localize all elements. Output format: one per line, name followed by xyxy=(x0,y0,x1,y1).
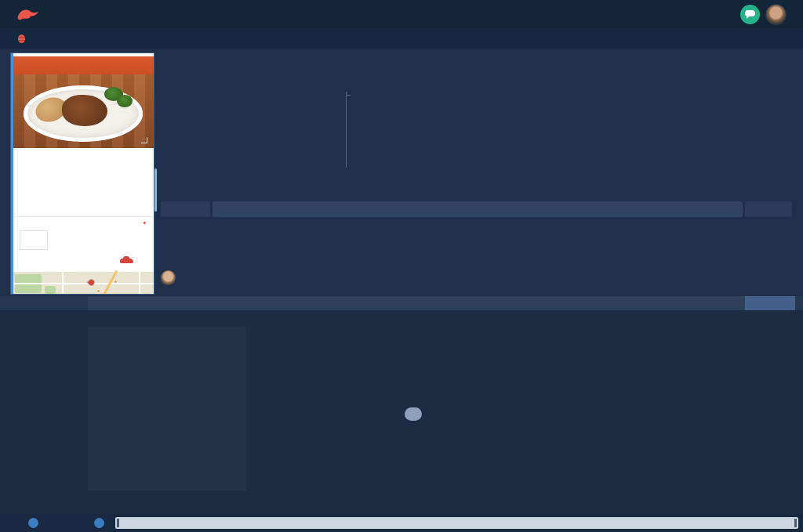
map-poi-icon xyxy=(96,289,100,293)
map-poi-icon xyxy=(114,280,118,284)
anteater-logo-icon[interactable] xyxy=(16,6,39,22)
top-navigation-bar xyxy=(0,0,803,28)
session-user-avatar[interactable] xyxy=(161,270,176,285)
crash-analytics-app: ▲ xyxy=(0,0,803,532)
chat-bubble-icon xyxy=(745,10,755,16)
trace-filter-row xyxy=(0,310,803,327)
range-handle-right[interactable] xyxy=(794,519,797,527)
dish-photo xyxy=(13,74,154,148)
fullscreen-icon xyxy=(141,137,147,143)
close-issue-button[interactable] xyxy=(770,34,773,43)
seek-bar[interactable] xyxy=(88,296,795,310)
playback-bar xyxy=(0,296,803,310)
zoom-out-button[interactable] xyxy=(94,518,104,528)
crash-icon xyxy=(18,34,25,43)
panel-scrollbar[interactable] xyxy=(154,168,157,212)
traces-panel xyxy=(0,327,803,493)
gridline-tick xyxy=(347,95,351,96)
restaurant-distance: ▲ xyxy=(143,219,147,225)
timeline-range-slider[interactable] xyxy=(115,517,798,529)
os-pie-chart xyxy=(250,92,318,159)
chat-support-button[interactable] xyxy=(740,5,760,24)
divider xyxy=(13,216,154,217)
devices-pie-chart xyxy=(168,92,235,159)
issue-actions xyxy=(770,28,792,49)
restaurant-row: ▲ xyxy=(20,219,147,225)
crash-content: ▲ xyxy=(0,49,803,296)
played-region-overlay xyxy=(88,327,246,490)
previous-record-button[interactable] xyxy=(161,201,210,217)
app-screen-header xyxy=(13,56,154,74)
more-button[interactable] xyxy=(789,34,792,43)
steak-shape xyxy=(62,95,107,126)
total-time xyxy=(745,296,795,310)
map-preview xyxy=(13,272,154,294)
uber-car-icon xyxy=(120,259,133,263)
topbar-right xyxy=(740,4,792,25)
range-handle-left[interactable] xyxy=(117,519,119,527)
map-pin-icon xyxy=(88,279,96,287)
zoom-in-button[interactable] xyxy=(28,518,38,528)
next-record-button[interactable] xyxy=(745,201,792,217)
restaurant-logo xyxy=(20,230,48,250)
account-avatar[interactable] xyxy=(765,4,787,25)
dish-action-row xyxy=(13,197,154,215)
crashes-bar-chart xyxy=(346,92,783,168)
location-arrow-icon: ▲ xyxy=(142,219,148,226)
record-counter xyxy=(213,201,743,217)
session-screenshot-panel[interactable]: ▲ xyxy=(11,53,154,294)
breadcrumb-bar xyxy=(0,28,803,49)
expand-traces-button[interactable] xyxy=(405,407,422,421)
timeline-zoom-bar xyxy=(0,514,803,532)
broccoli-shape xyxy=(117,95,133,107)
